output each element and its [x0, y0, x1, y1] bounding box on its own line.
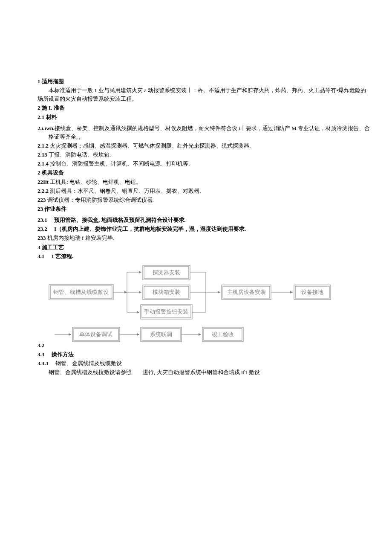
svg-text:模块箱安装: 模块箱安装: [153, 289, 180, 295]
sec22-heading: 2 机具设备: [37, 169, 371, 177]
p-2-2-3: 223 调试仪器：专用消防报警系统综合调试仪嚣.: [37, 196, 371, 204]
svg-text:设备接地: 设备接地: [301, 289, 323, 295]
p-2-2-2: 2.2.2 测后器具：水平尺、钢卷尺、铜直尺、万用表、摇衣、对毁器.: [37, 187, 371, 195]
document-page: 1 适用拖围 本标准适用于一般 1 业与民用建筑火灾 a 动报警系统安装丨：杵。…: [0, 0, 392, 377]
svg-text:探测器安装: 探测器安装: [153, 269, 180, 276]
p-2-1-2: 2.1.2 火灾探测器：感烟、感温探测器、可燃气体探测腿、红外光束探测器、缆式探…: [37, 142, 371, 150]
p-2-1-1: 2.ı.ıwn.接线盒、桥架、控制及通讯浅撰的规格型号、材俟及阻燃，耐火特件符合…: [37, 124, 371, 141]
p-2-1-3: 2.13 丁报、消防电话、模坎箱.: [37, 151, 371, 159]
svg-text:竣工验收: 竣工验收: [212, 331, 234, 337]
p-2-3-2: 23.2 I（机房内上建、娄饰作业完工，抗群电地板安装完毕，湿，湿度达到使用要求…: [37, 225, 371, 233]
p-3-1: 3.1 1 艺潦程.: [37, 252, 371, 261]
sec1-heading: 1 适用拖围: [37, 77, 371, 86]
svg-text:单体设备调试: 单体设备调试: [79, 331, 112, 337]
sec23-heading: 23 作业条件: [37, 205, 371, 213]
svg-text:钢管、线槽及线缆敷设: 钢管、线槽及线缆敷设: [53, 289, 109, 295]
p-3-3-1: 3.3.1 钢管、金属线情及线缆敷设: [37, 359, 371, 368]
svg-text:手动报警按钮安装: 手动报警按钮安装: [144, 308, 188, 315]
p-3-3: 3.3 操作方法: [37, 350, 371, 359]
sec1-body: 本标准适用于一般 1 业与民用建筑火灾 a 动报警系统安装丨：杵。不适用于生产和…: [37, 86, 371, 103]
p-2-2-1: 22Iit 工机具: 电钻、砂轮、电焊机、电锤。: [37, 178, 371, 186]
svg-text:主机房设备安装: 主机房设备安装: [227, 289, 266, 295]
flowchart: 钢管、线槽及线缆敷设 探测器安装 模块箱安装 手动报警按钮安装 主机房设备安装 …: [37, 262, 371, 348]
sec21-heading: 2.1 材料: [37, 113, 371, 122]
svg-text:系统联调: 系统联调: [150, 331, 172, 337]
sec3-heading: 3 施工工艺: [37, 243, 371, 252]
p-2-3-1: 23.1 预用管路、接我盒, 地面线格及预留孔洞符合设计要求.: [37, 216, 371, 224]
p-2-3-3: 233 机房内接地瑞 f 箱安装完毕.: [37, 234, 371, 242]
p-2-1-4: 2.1.4 控制台、消防报警主机、计算机、不间断电源、打印机等.: [37, 160, 371, 168]
sec2-heading: 2 施 I. 准备: [37, 104, 371, 112]
p-3-3-1-body: 钢管、金属线槽及线撹敷设请参照 进行, 火灾自动报警系统中钢管和金瑞戌 If1 …: [37, 368, 371, 377]
